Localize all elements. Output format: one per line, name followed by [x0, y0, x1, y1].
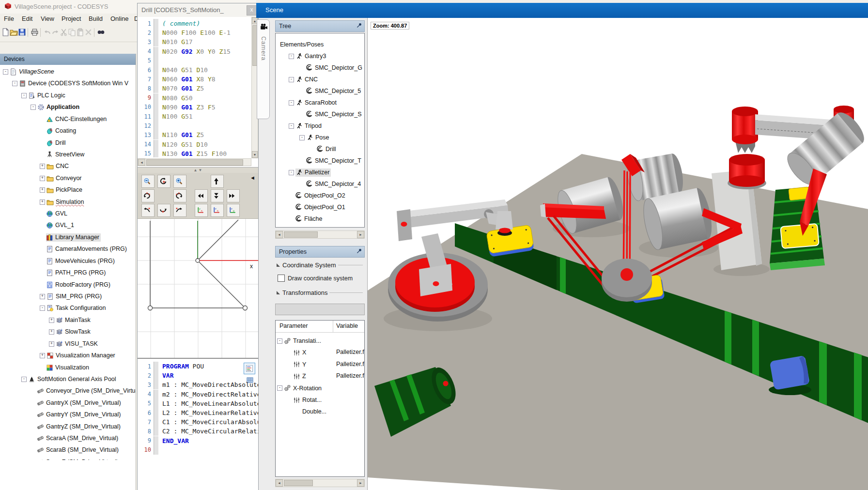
scene-tree-item-pose[interactable]: -Pose — [276, 132, 365, 143]
tree-item-scaraz-sm-drive-virtual[interactable]: ScaraZ (SM_Drive_Virtual) — [0, 457, 136, 460]
redo-button[interactable] — [51, 28, 60, 37]
tree-item-villagescene[interactable]: -VillageScene — [0, 66, 136, 77]
scene-tree-item-objectpool-o1[interactable]: ObjectPool_O1 — [276, 202, 365, 213]
scroll-left-icon[interactable]: ◄ — [276, 479, 283, 487]
drill-window-titlebar[interactable]: Drill [CODESYS_SoftMotion_ x — [138, 3, 258, 17]
plane-yz-button[interactable] — [227, 204, 240, 217]
tree-item-application[interactable]: -Application — [0, 102, 136, 112]
param-row-double-[interactable]: Double... — [276, 406, 333, 417]
tree-item-drill[interactable]: Drill — [0, 138, 136, 148]
tree-root-elements-poses[interactable]: Elements/Poses — [280, 39, 365, 50]
undo-button[interactable] — [43, 28, 52, 37]
tree-item-visualization-manager[interactable]: +Visualization Manager — [0, 350, 136, 361]
parameter-hscrollbar[interactable]: ◄ ► — [275, 479, 365, 487]
tree-item-robotfactory-prg[interactable]: RobotFactory (PRG) — [0, 279, 136, 290]
plane-xy-button[interactable] — [195, 204, 208, 217]
expand-box-icon[interactable]: + — [49, 329, 54, 335]
collapse-box-icon[interactable]: - — [277, 338, 282, 344]
cnc-path-preview[interactable]: x — [138, 218, 258, 358]
plane-xz-button[interactable] — [211, 204, 224, 217]
scene-3d-viewport[interactable]: Zoom: 400.87 — [367, 18, 868, 490]
scroll-thumb[interactable] — [146, 159, 243, 166]
collapse-box-icon[interactable]: - — [21, 377, 27, 382]
step-left-button[interactable] — [195, 189, 208, 202]
new-file-button[interactable] — [1, 28, 10, 37]
expand-box-icon[interactable]: + — [40, 187, 45, 193]
param-row-x[interactable]: X — [276, 347, 333, 358]
tree-item-conveyor-drive-sm-drive-virtual[interactable]: Conveyor_Drive (SM_Drive_Virtual) — [0, 385, 136, 396]
scene-tree-item-drill[interactable]: Drill — [276, 144, 365, 154]
param-row-z[interactable]: Z — [276, 371, 333, 382]
expand-box-icon[interactable]: + — [49, 318, 54, 323]
transformation-input[interactable] — [275, 304, 365, 315]
gcode-hscrollbar[interactable]: ◄ — [138, 158, 251, 166]
parameter-column-header[interactable]: Parameter — [279, 322, 308, 329]
tree-item-pickplace[interactable]: +PickPlace — [0, 184, 136, 195]
tree-item-cnc-einstellungen[interactable]: CNC-Einstellungen — [0, 114, 136, 124]
scroll-left-icon[interactable]: ◄ — [138, 159, 145, 166]
param-row-translati-[interactable]: -Translati... — [276, 336, 333, 346]
tree-item-conveyor[interactable]: +Conveyor — [0, 173, 136, 184]
expand-box-icon[interactable]: + — [49, 341, 54, 347]
zoom-in-button[interactable] — [173, 175, 186, 188]
tree-item-streetview[interactable]: StreetView — [0, 149, 136, 160]
scene-tree-item-fl-che[interactable]: Fläche — [276, 214, 365, 224]
tree-item-gantryz-sm-drive-virtual[interactable]: GantryZ (SM_Drive_Virtual) — [0, 421, 136, 432]
find-button[interactable] — [97, 28, 106, 37]
collapse-box-icon[interactable]: - — [21, 93, 27, 98]
checkbox[interactable] — [278, 275, 285, 282]
tree-item-gvl-1[interactable]: GVL_1 — [0, 220, 136, 230]
tree-item-plc-logic[interactable]: -PLC Logic — [0, 90, 136, 101]
expand-box-icon[interactable]: + — [40, 164, 45, 169]
scene-tree-item-scararobot[interactable]: -ScaraRobot — [276, 97, 365, 108]
tree-item-visualization[interactable]: Visualization — [0, 362, 136, 373]
tree-item-task-configuration[interactable]: -Task Configuration — [0, 303, 136, 313]
collapse-box-icon[interactable]: - — [31, 105, 36, 110]
zoom-out-button[interactable] — [141, 175, 155, 188]
param-row-x-rotation[interactable]: -X-Rotation — [276, 383, 333, 394]
tree-item-visu-task[interactable]: +VISU_TASK — [0, 338, 136, 349]
tree-item-path-prg-prg[interactable]: PATH_PRG (PRG) — [0, 267, 136, 278]
arc-right-button[interactable] — [173, 204, 186, 217]
collapse-box-icon[interactable]: - — [289, 170, 294, 175]
tree-item-gvl[interactable]: GVL — [0, 208, 136, 219]
param-row-y[interactable]: Y — [276, 359, 333, 370]
tree-item-sim-prg-prg[interactable]: +SIM_PRG (PRG) — [0, 291, 136, 302]
expand-box-icon[interactable]: + — [40, 353, 45, 358]
scene-tree-item-smc-depictor-t[interactable]: SMC_Depictor_T — [276, 155, 365, 166]
param-variable[interactable]: Palletizer.fM — [336, 372, 365, 379]
column-divider[interactable] — [333, 321, 333, 332]
scroll-thumb[interactable] — [284, 231, 318, 238]
collapse-box-icon[interactable]: - — [299, 135, 305, 140]
transformations-section[interactable]: Transformations — [275, 289, 365, 296]
scene-tree-item-smc-depictor-5[interactable]: SMC_Depictor_5 — [276, 86, 365, 96]
tree-hscrollbar[interactable]: ◄ ► — [275, 230, 365, 239]
tree-item-softmotion-general-axis-pool[interactable]: -SoftMotion General Axis Pool — [0, 374, 136, 384]
close-icon[interactable]: x — [247, 5, 257, 15]
scene-window-titlebar[interactable]: Scene — [256, 3, 868, 18]
tree-item-slowtask[interactable]: +SlowTask — [0, 326, 136, 337]
rotate-plus-button[interactable] — [157, 175, 170, 188]
collapse-toolbar-icon[interactable]: ◄ — [250, 175, 255, 181]
cut-button[interactable] — [60, 28, 68, 37]
scroll-left-icon[interactable]: ◄ — [276, 231, 283, 238]
gcode-editor[interactable]: 1( comment)2N000 F100 E100 E-13N010 G174… — [138, 17, 251, 157]
collapse-box-icon[interactable]: - — [289, 123, 294, 129]
menu-online[interactable]: Online — [110, 15, 129, 22]
tree-item-cameramovements-prg[interactable]: CameraMovements (PRG) — [0, 244, 136, 254]
expand-box-icon[interactable]: + — [40, 176, 45, 181]
scene-tree-item-gantry3[interactable]: -Gantry3 — [276, 51, 365, 61]
scene-tree-item-palletizer[interactable]: -Palletizer — [276, 167, 365, 178]
properties-panel-header[interactable]: Properties — [275, 246, 365, 258]
tree-panel-header[interactable]: Tree — [275, 20, 365, 32]
menu-build[interactable]: Build — [89, 15, 103, 22]
arc-down-button[interactable] — [157, 204, 170, 217]
expand-box-icon[interactable]: + — [40, 199, 45, 205]
tree-item-simulation[interactable]: +Simulation — [0, 197, 136, 207]
pin-icon[interactable] — [356, 22, 362, 29]
pou-editor[interactable]: 1PROGRAM POU2VAR3m1 : MC_MoveDirectAbsol… — [138, 358, 258, 490]
tree-item-movevehicules-prg[interactable]: MoveVehicules (PRG) — [0, 256, 136, 266]
step-down-button[interactable] — [211, 189, 224, 202]
save-button[interactable] — [18, 28, 27, 37]
scene-tree-item-smc-depictor-s[interactable]: SMC_Depictor_S — [276, 109, 365, 120]
